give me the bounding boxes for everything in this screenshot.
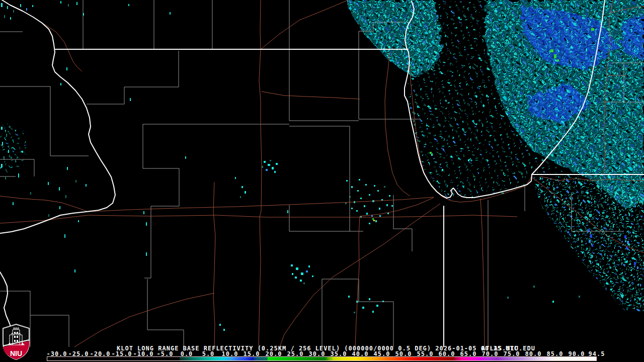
colorbar-tick-labels: -30.0-25.0-20.0-15.0-10.0-5.00.05.010.01… (0, 350, 644, 356)
radar-map (0, 0, 644, 362)
niu-logo-label: NIU (10, 349, 22, 357)
colorbar (47, 356, 597, 361)
radar-viewer: KLOT LONG RANGE BASE REFLECTIVITY (0.25K… (0, 0, 644, 362)
niu-logo: NIU (2, 324, 31, 360)
